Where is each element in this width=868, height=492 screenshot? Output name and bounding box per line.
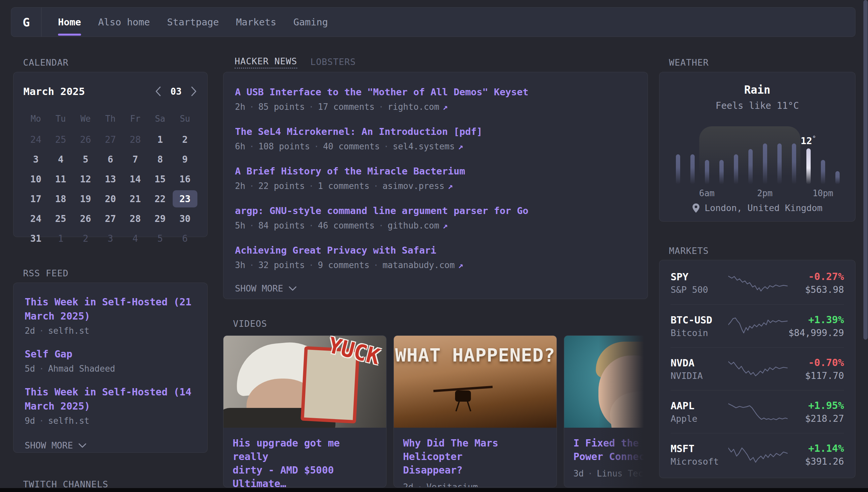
rss-show-more-button[interactable]: SHOW MORE bbox=[25, 440, 196, 450]
market-price: $84,999.29 bbox=[788, 327, 844, 338]
weather-bar bbox=[748, 149, 753, 184]
calendar-weekday-row: MoTuWeThFrSaSu bbox=[23, 114, 198, 124]
video-title-link[interactable]: I Fixed the 5Power Connect bbox=[573, 436, 648, 463]
rss-item-link[interactable]: This Week in Self-Hosted (21March 2025) bbox=[25, 295, 196, 323]
market-symbol-link[interactable]: NVDA bbox=[670, 357, 728, 369]
meta-separator-dot: · bbox=[369, 181, 383, 191]
weather-hourly-chart: 12°6am2pm10pm bbox=[659, 125, 855, 184]
time-axis-label: 6am bbox=[699, 188, 715, 198]
meta-separator-dot: · bbox=[35, 364, 48, 374]
tab-hacker-news[interactable]: HACKER NEWS bbox=[235, 56, 297, 69]
page-scrollbar-thumb[interactable] bbox=[863, 0, 868, 340]
weather-bar bbox=[734, 154, 738, 184]
source-domain-link[interactable]: righto.com bbox=[388, 102, 439, 112]
thumbnail-overlay-text: WHAT HAPPENED? bbox=[394, 344, 557, 366]
market-symbol-link[interactable]: AAPL bbox=[670, 400, 728, 412]
calendar-day: 24 bbox=[23, 131, 48, 148]
news-item-link[interactable]: The SeL4 Microkernel: An Introduction [p… bbox=[235, 125, 636, 138]
meta-separator-dot: · bbox=[35, 326, 48, 336]
calendar-day: 30 bbox=[173, 210, 198, 227]
news-item-link[interactable]: argp: GNU-style command line argument pa… bbox=[235, 204, 636, 217]
source-domain-link[interactable]: asimov.press bbox=[383, 181, 445, 191]
weather-bar bbox=[821, 160, 825, 184]
nav-item-gaming[interactable]: Gaming bbox=[293, 7, 328, 36]
news-item-link[interactable]: Achieving Great Privacy with Safari bbox=[235, 244, 636, 257]
video-thumbnail: DOTHT bbox=[564, 336, 648, 428]
weather-bar bbox=[763, 144, 767, 184]
calendar-day: 17 bbox=[23, 190, 48, 207]
videos-carousel: YUCKHis upgrade got me reallydirty - AMD… bbox=[223, 335, 648, 488]
market-id: AAPLApple bbox=[670, 400, 728, 424]
calendar-day: 16 bbox=[173, 171, 198, 188]
nav-item-startpage[interactable]: Startpage bbox=[167, 7, 219, 36]
item-meta: 2d·Veritasium bbox=[403, 482, 547, 487]
nav-tabs: HomeAlso homeStartpageMarketsGaming bbox=[42, 7, 328, 36]
market-values: +1.95%$218.27 bbox=[788, 400, 844, 424]
sparkline-chart bbox=[728, 444, 788, 465]
weather-bar bbox=[705, 160, 709, 184]
calendar-next-button[interactable] bbox=[190, 86, 198, 97]
market-sparkline bbox=[728, 444, 788, 465]
calendar-day: 27 bbox=[98, 131, 123, 148]
calendar-day: 12 bbox=[73, 171, 98, 188]
weather-bar bbox=[835, 171, 840, 184]
source-domain-link[interactable]: sel4.systems bbox=[393, 142, 455, 151]
meta-part: selfh.st bbox=[48, 326, 89, 336]
meta-separator-dot: · bbox=[375, 102, 388, 112]
external-link-icon: ↗ bbox=[439, 102, 448, 112]
calendar-day: 14 bbox=[123, 171, 148, 188]
meta-part: 3h bbox=[235, 260, 245, 270]
video-card[interactable]: DOTHTI Fixed the 5Power Connect3d·Linus … bbox=[564, 335, 648, 487]
market-change: +1.14% bbox=[788, 443, 844, 454]
calendar-day: 22 bbox=[148, 190, 172, 207]
market-id: SPYS&P 500 bbox=[670, 271, 728, 295]
calendar-month-badge: 03 bbox=[170, 86, 182, 97]
market-symbol-link[interactable]: BTC-USD bbox=[670, 314, 728, 326]
weekday-label: Tu bbox=[48, 114, 73, 124]
source-domain-link[interactable]: matanabudy.com bbox=[383, 260, 455, 270]
video-card[interactable]: YUCKHis upgrade got me reallydirty - AMD… bbox=[223, 335, 387, 487]
meta-separator-dot: · bbox=[379, 142, 393, 151]
nav-item-also-home[interactable]: Also home bbox=[98, 7, 150, 36]
calendar-day: 3 bbox=[98, 230, 123, 247]
bottom-screen-edge bbox=[0, 488, 868, 492]
video-title-link[interactable]: Why Did The Mars HelicopterDisappear? bbox=[403, 436, 547, 477]
item-meta: 9d·selfh.st bbox=[25, 416, 196, 426]
weather-bar bbox=[690, 154, 695, 184]
tab-lobsters[interactable]: LOBSTERS bbox=[310, 57, 356, 68]
calendar-day: 5 bbox=[73, 151, 98, 168]
list-item: argp: GNU-style command line argument pa… bbox=[235, 204, 636, 230]
source-domain-link[interactable]: github.com bbox=[388, 221, 439, 230]
item-meta: 6h·108 points·40 comments·sel4.systems↗ bbox=[235, 142, 636, 151]
helicopter-leg-shape bbox=[455, 400, 460, 412]
nav-item-markets[interactable]: Markets bbox=[236, 7, 276, 36]
calendar-day: 8 bbox=[148, 151, 172, 168]
video-title-link[interactable]: His upgrade got me reallydirty - AMD $50… bbox=[233, 436, 377, 487]
market-symbol-link[interactable]: SPY bbox=[670, 271, 728, 282]
news-item-link[interactable]: A USB Interface to the "Mother of All De… bbox=[235, 85, 636, 99]
meta-part: 17 comments bbox=[318, 102, 375, 112]
market-row: BTC-USDBitcoin+1.39%$84,999.29 bbox=[670, 304, 844, 347]
meta-part: 22 points bbox=[258, 181, 305, 191]
calendar-day: 20 bbox=[98, 190, 123, 207]
calendar-day-selected: 23 bbox=[173, 190, 198, 207]
weekday-label: Su bbox=[173, 114, 198, 124]
calendar-day: 6 bbox=[98, 151, 123, 168]
market-values: -0.27%$563.98 bbox=[788, 271, 844, 295]
center-column: HACKER NEWSLOBSTERS A USB Interface to t… bbox=[223, 53, 648, 488]
meta-separator-dot: · bbox=[245, 221, 258, 230]
news-show-more-button[interactable]: SHOW MORE bbox=[235, 283, 636, 294]
calendar-prev-button[interactable] bbox=[155, 86, 162, 97]
video-card[interactable]: WHAT HAPPENED?Why Did The Mars Helicopte… bbox=[393, 335, 557, 487]
weekday-label: We bbox=[73, 114, 98, 124]
nav-item-home[interactable]: Home bbox=[58, 7, 81, 36]
meta-separator-dot: · bbox=[245, 181, 258, 191]
calendar-day: 3 bbox=[23, 151, 48, 168]
calendar-grid: 2425262728123456789101112131415161718192… bbox=[23, 131, 198, 247]
news-item-link[interactable]: A Brief History of the Miracle Bacterium bbox=[235, 165, 636, 178]
rss-item-link[interactable]: Self Gap bbox=[25, 347, 196, 361]
market-id: MSFTMicrosoft bbox=[670, 443, 728, 467]
rss-item-link[interactable]: This Week in Self-Hosted (14March 2025) bbox=[25, 385, 196, 413]
market-symbol-link[interactable]: MSFT bbox=[670, 443, 728, 454]
calendar-day: 1 bbox=[148, 131, 172, 148]
